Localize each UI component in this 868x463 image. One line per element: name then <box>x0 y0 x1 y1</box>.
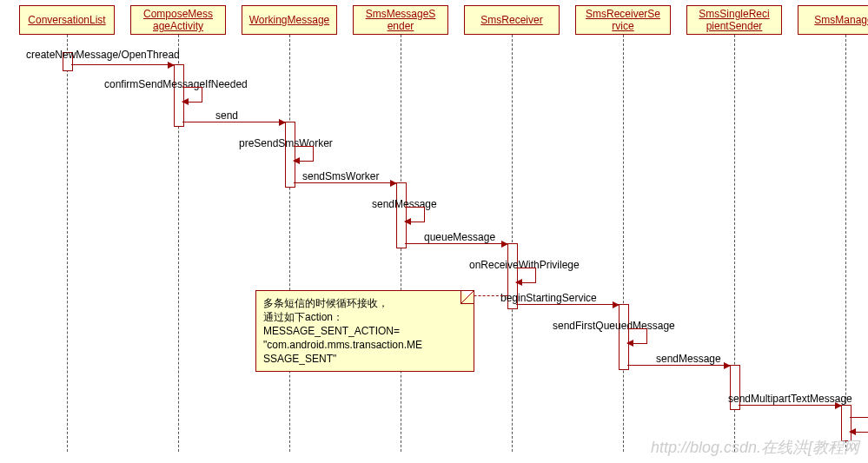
msg-sendfirstqueuedmessage: sendFirstQueuedMessage <box>553 320 675 332</box>
msg-beginstartingservice: beginStartingService <box>500 292 597 304</box>
participant-smssinglerecipientsender: SmsSingleRecipientSender <box>686 5 782 35</box>
lifeline <box>623 35 624 452</box>
participant-composemessageactivity: ComposeMessageActivity <box>130 5 226 35</box>
participant-conversationlist: ConversationList <box>19 5 115 35</box>
msg-sendsmsworker: sendSmsWorker <box>302 170 379 182</box>
self-arrow <box>405 207 425 222</box>
arrow <box>739 405 841 406</box>
participant-smsmessagesender: SmsMessageSender <box>353 5 448 35</box>
msg-presendsmsworker: preSendSmsWorker <box>239 137 333 149</box>
participant-smsreceiverservice: SmsReceiverService <box>575 5 671 35</box>
msg-createnewmessage: createNewMessage/OpenThread <box>26 49 180 61</box>
arrow <box>71 64 174 65</box>
self-arrow <box>850 417 868 433</box>
self-arrow <box>294 146 314 162</box>
self-arrow <box>627 328 647 344</box>
msg-sendmultiparttextmessage: sendMultipartTextMessage <box>728 393 852 405</box>
arrow <box>405 243 507 244</box>
participant-smsreceiver: SmsReceiver <box>464 5 560 35</box>
note-box: 多条短信的时候循环接收，通过如下action：MESSAGE_SENT_ACTI… <box>255 290 474 372</box>
msg-send: send <box>215 109 238 122</box>
participant-workingmessage: WorkingMessage <box>242 5 337 35</box>
sequence-diagram: ConversationList ComposeMessageActivity … <box>0 0 868 463</box>
lifeline <box>67 35 68 452</box>
self-arrow <box>182 87 202 103</box>
msg-queuemessage: queueMessage <box>424 231 495 243</box>
self-arrow <box>516 268 536 283</box>
msg-confirmsend: confirmSendMessageIfNeeded <box>104 78 248 90</box>
msg-sendmessage2: sendMessage <box>656 353 721 365</box>
watermark: http://blog.csdn.在线洪[教程网 <box>651 437 859 458</box>
arrow <box>294 182 396 183</box>
lifeline <box>845 35 846 452</box>
arrow <box>627 365 730 366</box>
arrow <box>182 122 285 122</box>
arrow <box>516 304 619 305</box>
lifeline <box>289 35 290 452</box>
participant-smsmanager: SmsManager <box>798 5 868 35</box>
